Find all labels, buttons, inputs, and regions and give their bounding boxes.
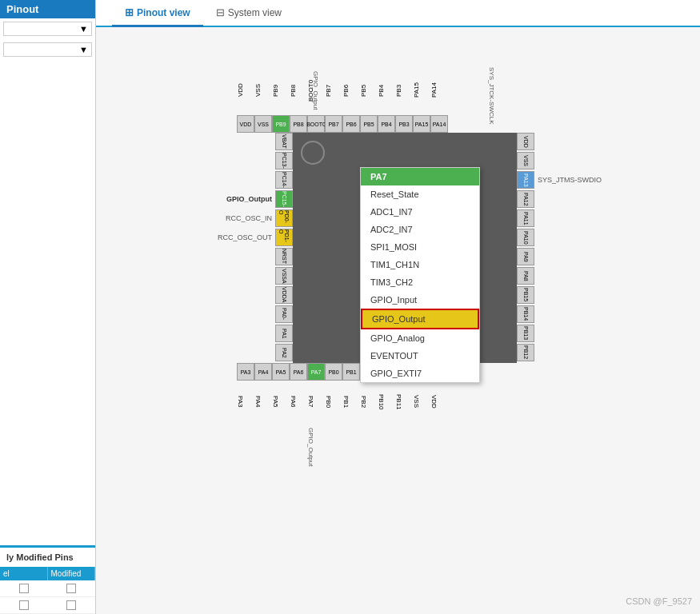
context-menu-item-tim1[interactable]: TIM1_CH1N	[361, 256, 479, 273]
top-pin-label-PA15: PA15	[413, 67, 430, 115]
pin-PA13[interactable]: PA13	[517, 171, 534, 189]
pin-PA11[interactable]: PA11	[517, 209, 534, 227]
top-pin-labels: VDD VSS PB9 PB8 BOOT0 PB7 PB6 PB5 PB4 PB…	[237, 67, 602, 115]
pin-PB15[interactable]: PB15	[517, 286, 534, 304]
context-menu: PA7 Reset_State ADC1_IN7 ADC2_IN7 SPI1_M…	[360, 167, 480, 383]
pin-row-PA8: PA8	[517, 267, 602, 285]
context-menu-item-gpio-analog[interactable]: GPIO_Analog	[361, 329, 479, 347]
pin-PA14-top[interactable]: PA14	[430, 115, 448, 133]
table-cell-checkbox-3[interactable]	[0, 597, 48, 613]
sidebar-dropdown-1[interactable]: ▼	[3, 22, 92, 36]
pin-VSS-right[interactable]: VSS	[517, 152, 534, 169]
pin-PA6-bottom[interactable]: PA6	[290, 363, 307, 381]
sidebar-header: Pinout	[0, 0, 95, 18]
pin-PB12[interactable]: PB12	[517, 344, 534, 361]
context-menu-header: PA7	[361, 168, 479, 185]
pin-PB7-top[interactable]: PB7	[325, 115, 342, 133]
pin-NRST[interactable]: NRST	[275, 248, 293, 265]
bottom-gpio-label-row: GPIO_Output	[237, 426, 602, 470]
sidebar-dropdown-2[interactable]: ▼	[3, 42, 92, 57]
pin-row-PD1: RCC_OSC_OUT PD1-O	[216, 229, 293, 246]
context-menu-item-gpio-exti7[interactable]: GPIO_EXTI7	[361, 365, 479, 382]
pin-VBAT[interactable]: VBAT	[275, 133, 293, 150]
context-menu-item-spi1[interactable]: SPI1_MOSI	[361, 238, 479, 256]
pin-row-VDDA: VDDA	[216, 286, 293, 304]
pin-PB9-top[interactable]: PB9	[272, 115, 290, 133]
pin-PB6-top[interactable]: PB6	[342, 115, 360, 133]
context-menu-item-eventout[interactable]: EVENTOUT	[361, 347, 479, 365]
pin-PA3-bottom[interactable]: PA3	[237, 363, 254, 381]
pin-PD0[interactable]: PD0-O	[275, 209, 293, 227]
pin-PA8[interactable]: PA8	[517, 267, 534, 285]
pin-VDD-top[interactable]: VDD	[237, 115, 254, 133]
bot-label-PB10: PB10	[378, 381, 395, 425]
pin-row-PB12: PB12	[517, 344, 602, 361]
context-menu-item-tim3[interactable]: TIM3_CH2	[361, 273, 479, 291]
checkbox-1[interactable]	[19, 584, 29, 593]
tab-pinout-view[interactable]: ⊞ Pinout view	[112, 0, 203, 27]
pin-PC14[interactable]: PC14-	[275, 171, 293, 189]
pin-PA0[interactable]: PA0-	[275, 305, 293, 323]
pin-row-PB14: PB14	[517, 305, 602, 323]
pin-PB0-bottom[interactable]: PB0	[325, 363, 342, 381]
tab-system-view[interactable]: ⊟ System view	[203, 0, 294, 27]
pin-PA2[interactable]: PA2	[275, 344, 293, 361]
checkbox-2[interactable]	[66, 584, 76, 593]
context-menu-item-adc1[interactable]: ADC1_IN7	[361, 203, 479, 221]
pin-PB14[interactable]: PB14	[517, 305, 534, 323]
top-pin-label-VSS: VSS	[254, 67, 272, 115]
top-pin-label-VDD: VDD	[237, 67, 254, 115]
bot-label-VDD-bot: VDD	[430, 381, 448, 425]
watermark: CSDN @F_9527	[626, 596, 692, 606]
top-pin-label-PB8: PB8	[290, 67, 307, 115]
context-menu-item-adc2[interactable]: ADC2_IN7	[361, 221, 479, 238]
pin-PB4-top[interactable]: PB4	[378, 115, 395, 133]
context-menu-item-reset[interactable]: Reset_State	[361, 185, 479, 203]
pin-PA5-bottom[interactable]: PA5	[272, 363, 290, 381]
pin-PD1[interactable]: PD1-O	[275, 229, 293, 246]
pin-PA12[interactable]: PA12	[517, 190, 534, 208]
checkbox-3[interactable]	[19, 600, 29, 610]
top-pin-label-PB9: PB9	[272, 67, 290, 115]
pin-row-PC14: PC14-	[216, 171, 293, 189]
pin-BOOT0-top[interactable]: BOOT0	[307, 115, 325, 133]
pin-PB8-top[interactable]: PB8	[290, 115, 307, 133]
pin-VDDA[interactable]: VDDA	[275, 286, 293, 304]
pin-row-VBAT: VBAT	[216, 133, 293, 150]
left-pins: VBAT PC13- PC14- GPIO_Output PC15-	[216, 133, 293, 363]
pin-row-VSS-right: VSS	[517, 152, 602, 169]
pin-label-PA13: SYS_JTMS-SWDIO	[538, 176, 602, 184]
top-pin-label-PB4: PB4	[378, 67, 395, 115]
pin-VSSA[interactable]: VSSA	[275, 267, 293, 285]
checkbox-4[interactable]	[66, 600, 76, 610]
system-view-icon: ⊟	[216, 6, 225, 18]
top-pin-label-PA14: PA14	[430, 67, 448, 115]
pin-PB5-top[interactable]: PB5	[360, 115, 378, 133]
pin-PA4-bottom[interactable]: PA4	[254, 363, 272, 381]
table-cell-checkbox-2[interactable]	[48, 580, 96, 596]
pin-PB13[interactable]: PB13	[517, 325, 534, 342]
pin-PA7-bottom[interactable]: PA7	[307, 363, 325, 381]
pin-PB3-top[interactable]: PB3	[395, 115, 413, 133]
bottom-pin-labels: PA3 PA4 PA5 PA6 PA7 PB0 PB1 PB2 PB10 PB1…	[237, 381, 602, 425]
pin-PB1-bottom[interactable]: PB1	[342, 363, 360, 381]
pin-PA1[interactable]: PA1	[275, 325, 293, 342]
pin-PA10[interactable]: PA10	[517, 229, 534, 246]
table-cell-checkbox-1[interactable]	[0, 580, 48, 596]
bot-label-PA3: PA3	[237, 381, 254, 425]
pin-PA15-top[interactable]: PA15	[413, 115, 430, 133]
pin-VDD-right[interactable]: VDD	[517, 133, 534, 150]
table-cell-checkbox-4[interactable]	[48, 597, 96, 613]
pin-PA9[interactable]: PA9	[517, 248, 534, 265]
pin-row-PA2: PA2	[216, 344, 293, 361]
table-row	[0, 597, 95, 614]
bot-label-PB11: PB11	[395, 381, 413, 425]
pin-VSS-top[interactable]: VSS	[254, 115, 272, 133]
pin-PC13[interactable]: PC13-	[275, 152, 293, 169]
pin-PC15[interactable]: PC15-	[275, 190, 293, 208]
chevron-down-icon-1: ▼	[79, 24, 88, 34]
bot-label-PB0: PB0	[325, 381, 342, 425]
context-menu-item-gpio-input[interactable]: GPIO_Input	[361, 291, 479, 309]
pinout-area: GPIO_Output SYS_JTCK-SWCLK VDD VSS PB9 P…	[96, 27, 700, 614]
context-menu-item-gpio-output[interactable]: GPIO_Output	[361, 309, 479, 329]
